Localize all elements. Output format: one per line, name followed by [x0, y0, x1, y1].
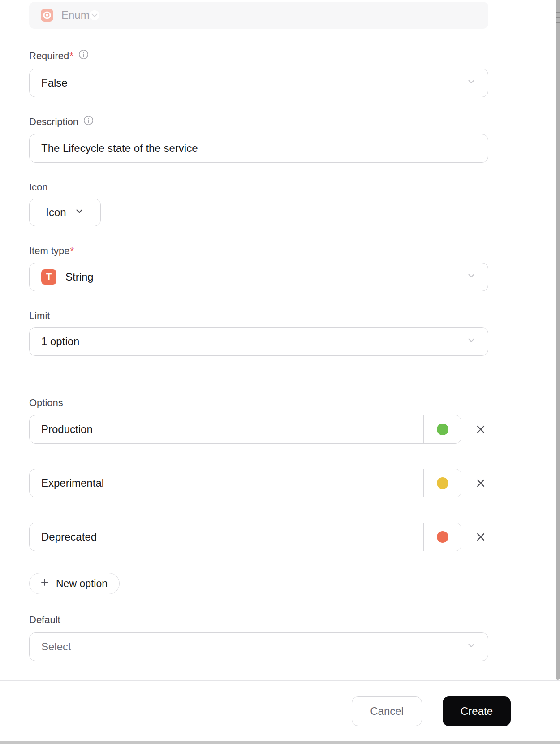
enum-icon — [41, 9, 53, 22]
option-value-input[interactable] — [30, 415, 423, 443]
limit-label: Limit — [29, 310, 488, 322]
icon-label: Icon — [29, 182, 488, 193]
scrollbar-grip-line — [556, 22, 560, 23]
plus-icon — [39, 577, 50, 590]
new-option-label: New option — [56, 578, 108, 590]
info-icon[interactable] — [83, 115, 94, 128]
close-icon — [475, 531, 487, 543]
description-input[interactable] — [29, 134, 488, 163]
option-field — [29, 523, 461, 551]
scrollbar-grip-line — [556, 12, 560, 13]
default-select[interactable]: Select — [29, 632, 488, 661]
scrollbar[interactable] — [556, 0, 560, 680]
option-color-button[interactable] — [423, 523, 461, 551]
option-color-button[interactable] — [423, 469, 461, 497]
option-row — [29, 415, 488, 444]
item-type-label: Item type* — [29, 245, 488, 257]
required-select[interactable]: False — [29, 69, 488, 97]
chevron-down-icon — [466, 271, 476, 283]
option-row — [29, 523, 488, 551]
create-button[interactable]: Create — [443, 696, 511, 726]
close-icon — [475, 477, 487, 489]
required-asterisk: * — [69, 50, 73, 61]
cancel-button[interactable]: Cancel — [352, 696, 422, 726]
remove-option-button[interactable] — [473, 529, 488, 545]
close-icon — [475, 424, 487, 435]
option-value-input[interactable] — [30, 523, 423, 551]
option-color-dot — [437, 424, 448, 435]
options-label: Options — [29, 397, 488, 409]
default-label: Default — [29, 614, 488, 626]
info-icon[interactable] — [78, 49, 89, 62]
option-color-button[interactable] — [423, 415, 461, 443]
string-type-icon: T — [41, 269, 56, 285]
window-bottom-edge — [0, 741, 560, 744]
item-type-value: String — [65, 271, 94, 283]
field-type-value: Enum — [61, 9, 90, 22]
required-asterisk: * — [70, 245, 74, 256]
option-color-dot — [437, 477, 448, 489]
option-field — [29, 469, 461, 497]
icon-picker-label: Icon — [46, 206, 66, 219]
option-field — [29, 415, 461, 444]
field-type-select[interactable]: Enum — [29, 2, 488, 29]
remove-option-button[interactable] — [473, 476, 488, 491]
required-label: Required* — [29, 49, 488, 62]
option-color-dot — [437, 531, 448, 543]
icon-picker-button[interactable]: Icon — [29, 199, 101, 226]
chevron-down-icon — [466, 335, 476, 348]
chevron-down-icon — [90, 10, 99, 20]
default-placeholder: Select — [41, 640, 71, 653]
item-type-select[interactable]: T String — [29, 263, 488, 291]
chevron-down-icon — [466, 77, 476, 89]
limit-value: 1 option — [41, 335, 79, 348]
new-option-button[interactable]: New option — [29, 573, 120, 594]
chevron-down-icon — [466, 640, 476, 653]
required-value: False — [41, 77, 68, 89]
option-value-input[interactable] — [30, 469, 423, 497]
option-row — [29, 469, 488, 497]
dialog-footer: Cancel Create — [0, 680, 560, 741]
description-label: Description — [29, 115, 488, 128]
limit-select[interactable]: 1 option — [29, 327, 488, 356]
chevron-down-icon — [74, 206, 84, 219]
scrollbar-grip-line — [556, 17, 560, 18]
field-form: Enum Required* False Description — [29, 0, 488, 661]
remove-option-button[interactable] — [473, 422, 488, 437]
